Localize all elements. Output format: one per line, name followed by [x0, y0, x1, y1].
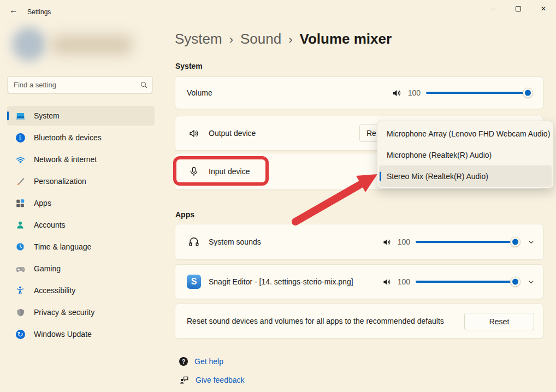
dropdown-item-stereo-mix[interactable]: Stereo Mix (Realtek(R) Audio) [379, 165, 552, 187]
volume-row: Volume 100 [175, 76, 543, 109]
close-button[interactable]: ✕ [531, 0, 556, 17]
apps-icon [15, 198, 26, 209]
sidebar-item-bluetooth-devices[interactable]: ᛒ Bluetooth & devices [7, 128, 155, 147]
volume-label: Volume [187, 88, 212, 97]
breadcrumb-system[interactable]: System [175, 31, 222, 47]
sidebar-item-network-internet[interactable]: Network & internet [7, 150, 155, 169]
sidebar-item-time-language[interactable]: Time & language [7, 237, 155, 257]
settings-window: { "window": { "title": "Settings" }, "ic… [0, 0, 556, 392]
sidebar-item-accessibility[interactable]: Accessibility [7, 281, 155, 300]
speaker-icon [392, 88, 402, 98]
help-icon: ? [179, 357, 188, 366]
avatar [12, 27, 46, 61]
system-sounds-label: System sounds [209, 237, 261, 246]
selected-accent-pill [7, 111, 9, 120]
chevron-down-icon[interactable] [527, 238, 535, 246]
reset-description: Reset sound devices and volumes for all … [187, 317, 444, 325]
user-profile[interactable] [4, 25, 134, 67]
sidebar-item-system[interactable]: System [7, 106, 155, 126]
dropdown-item-microphone-realtek[interactable]: Microphone (Realtek(R) Audio) [379, 144, 552, 165]
minimize-icon: ─ [491, 5, 496, 13]
clock-icon [15, 241, 26, 252]
feedback-icon [179, 375, 189, 385]
system-section-heading: System [175, 62, 203, 70]
back-arrow-icon: ← [9, 5, 18, 15]
input-device-dropdown: Microphone Array (Lenovo FHD Webcam Audi… [377, 121, 554, 188]
breadcrumb-separator: › [229, 32, 233, 47]
output-device-label: Output device [209, 129, 256, 138]
sidebar-item-label: Accounts [34, 221, 66, 229]
breadcrumb-sound[interactable]: Sound [240, 31, 281, 47]
volume-value: 100 [407, 88, 421, 97]
sidebar: System ᛒ Bluetooth & devices Network & i… [0, 20, 164, 392]
apps-section-heading: Apps [175, 210, 194, 219]
snagit-row: S Snagit Editor - [14. settings-sterio-m… [175, 264, 543, 299]
output-speaker-icon [188, 127, 200, 139]
dropdown-item-microphone-array[interactable]: Microphone Array (Lenovo FHD Webcam Audi… [379, 123, 552, 144]
slider-thumb[interactable] [510, 277, 520, 287]
get-help-link[interactable]: ? Get help [179, 357, 223, 366]
sidebar-nav: System ᛒ Bluetooth & devices Network & i… [7, 106, 155, 346]
sidebar-item-label: Time & language [34, 242, 91, 251]
speaker-icon [382, 277, 392, 287]
sidebar-item-label: Apps [34, 199, 51, 207]
sidebar-item-label: Network & internet [34, 155, 97, 164]
sidebar-item-label: Bluetooth & devices [34, 133, 102, 142]
sidebar-item-label: Windows Update [34, 330, 92, 338]
minimize-button[interactable]: ─ [481, 0, 506, 17]
headphones-icon [188, 236, 200, 248]
slider-thumb[interactable] [510, 237, 520, 247]
maximize-icon [516, 6, 521, 11]
search-icon [140, 81, 148, 89]
breadcrumb-separator: › [288, 32, 292, 47]
main-content: System › Sound › Volume mixer System Vol… [175, 20, 556, 392]
sidebar-item-apps[interactable]: Apps [7, 193, 155, 213]
app-title: Settings [27, 8, 51, 16]
back-button[interactable]: ← [4, 3, 23, 17]
speaker-icon [382, 237, 392, 247]
snagit-value: 100 [397, 277, 410, 286]
sidebar-item-windows-update[interactable]: ↻ Windows Update [7, 324, 155, 344]
maximize-button[interactable] [506, 0, 531, 17]
update-icon: ↻ [15, 329, 26, 340]
sidebar-item-privacy-security[interactable]: Privacy & security [7, 302, 155, 322]
selected-accent-pill [380, 171, 381, 181]
user-name-blurred [51, 35, 132, 55]
wifi-icon [15, 154, 26, 165]
sidebar-item-personalization[interactable]: Personalization [7, 171, 155, 191]
close-icon: ✕ [541, 5, 546, 13]
sidebar-item-label: Personalization [34, 177, 86, 186]
system-icon [15, 110, 26, 121]
microphone-icon [188, 165, 200, 177]
snagit-icon: S [187, 275, 201, 289]
accessibility-icon [15, 285, 26, 296]
slider-thumb[interactable] [523, 88, 533, 98]
sidebar-item-label: Gaming [34, 264, 61, 273]
accounts-icon [15, 219, 26, 230]
sidebar-item-accounts[interactable]: Accounts [7, 215, 155, 235]
snagit-label: Snagit Editor - [14. settings-sterio-mix… [209, 277, 353, 286]
input-device-label: Input device [209, 167, 250, 176]
breadcrumb: System › Sound › Volume mixer [175, 31, 392, 47]
page-title: Volume mixer [300, 31, 392, 47]
give-feedback-link[interactable]: Give feedback [179, 375, 245, 385]
sidebar-item-label: Privacy & security [34, 308, 94, 317]
sidebar-item-gaming[interactable]: Gaming [7, 259, 155, 278]
sidebar-item-label: Accessibility [34, 286, 75, 295]
system-sounds-value: 100 [397, 237, 410, 246]
snagit-slider[interactable] [416, 281, 518, 283]
search-input[interactable] [7, 76, 153, 93]
sidebar-item-label: System [34, 111, 60, 120]
reset-button[interactable]: Reset [464, 313, 534, 330]
volume-slider[interactable] [426, 92, 531, 94]
gamepad-icon [15, 263, 26, 274]
system-sounds-slider[interactable] [416, 241, 518, 243]
chevron-down-icon[interactable] [527, 278, 535, 286]
paintbrush-icon [15, 176, 26, 187]
window-controls: ─ ✕ [481, 0, 556, 17]
reset-row: Reset sound devices and volumes for all … [175, 304, 543, 338]
titlebar: ← Settings ─ ✕ [0, 0, 556, 20]
shield-icon [15, 307, 26, 318]
system-sounds-row: System sounds 100 [175, 224, 543, 260]
search-box [7, 76, 153, 93]
